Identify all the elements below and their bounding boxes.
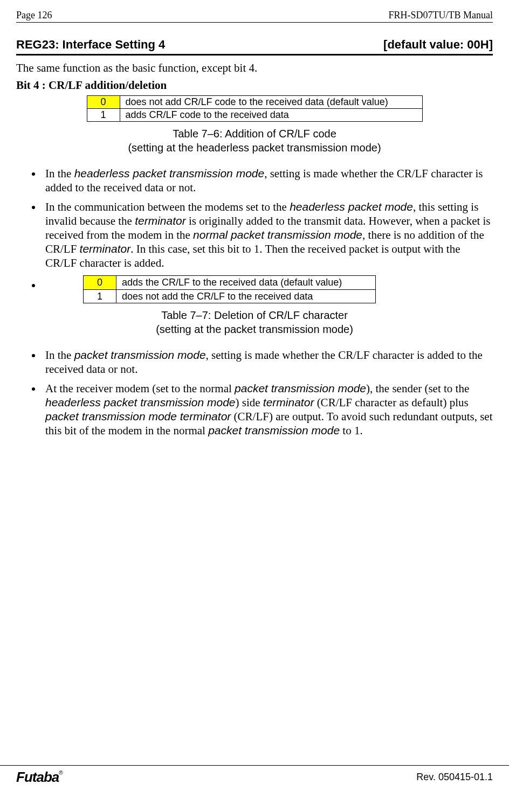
table-caption-1: Table 7–6: Addition of CR/LF code (setti…	[16, 127, 493, 155]
caption-line: (setting at the headerless packet transm…	[128, 142, 381, 154]
futaba-logo: Futaba®	[16, 769, 63, 786]
bullet-list-2: In the packet transmission mode, setting…	[16, 348, 493, 438]
page-header: Page 126 FRH-SD07TU/TB Manual	[16, 10, 493, 23]
manual-title: FRH-SD07TU/TB Manual	[389, 10, 493, 21]
crlf-deletion-table: 0 adds the CR/LF to the received data (d…	[83, 275, 376, 303]
revision-text: Rev. 050415-01.1	[416, 772, 493, 783]
section-title: REG23: Interface Setting 4	[16, 38, 165, 52]
table-cell-value: adds the CR/LF to the received data (def…	[116, 276, 376, 289]
caption-line: Table 7–6: Addition of CR/LF code	[173, 128, 336, 140]
table-cell-value: does not add the CR/LF to the received d…	[116, 289, 376, 303]
table-row: 1 adds CR/LF code to the received data	[87, 109, 422, 122]
table-row: 0 adds the CR/LF to the received data (d…	[84, 276, 376, 289]
caption-line: Table 7–7: Deletion of CR/LF character	[161, 309, 348, 321]
page-footer: Futaba® Rev. 050415-01.1	[0, 765, 509, 793]
table-cell-value: does not add CR/LF code to the received …	[120, 96, 422, 109]
list-item: In the packet transmission mode, setting…	[42, 348, 493, 376]
list-item: In the communication between the modems …	[42, 200, 493, 270]
table-cell-key: 1	[87, 109, 120, 122]
bullet-list-1: In the headerless packet transmission mo…	[16, 166, 493, 303]
table-caption-2: Table 7–7: Deletion of CR/LF character (…	[16, 309, 493, 336]
table-cell-key: 0	[84, 276, 116, 289]
table-cell-value: adds CR/LF code to the received data	[120, 109, 422, 122]
table-cell-key: 0	[87, 96, 120, 109]
table-row: 0 does not add CR/LF code to the receive…	[87, 96, 422, 109]
intro-text: The same function as the basic function,…	[16, 61, 493, 75]
list-item-blank: 0 adds the CR/LF to the received data (d…	[42, 275, 493, 303]
list-item: In the headerless packet transmission mo…	[42, 166, 493, 195]
bit4-heading: Bit 4 : CR/LF addition/deletion	[16, 78, 493, 92]
section-heading: REG23: Interface Setting 4 [default valu…	[16, 38, 493, 55]
table-cell-key: 1	[84, 289, 116, 303]
list-item: At the receiver modem (set to the normal…	[42, 381, 493, 438]
crlf-addition-table: 0 does not add CR/LF code to the receive…	[87, 95, 423, 122]
page-number: Page 126	[16, 10, 52, 21]
table-row: 1 does not add the CR/LF to the received…	[84, 289, 376, 303]
section-default: [default value: 00H]	[383, 38, 493, 52]
caption-line: (setting at the packet transmission mode…	[156, 323, 353, 335]
